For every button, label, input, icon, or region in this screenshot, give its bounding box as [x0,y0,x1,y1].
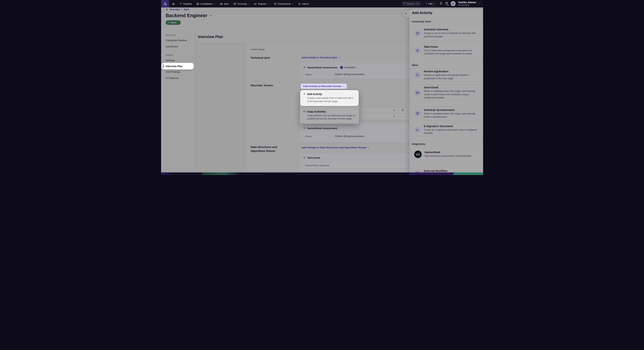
nav-home[interactable] [172,2,175,5]
search-shortcut: ⌘K [416,2,420,5]
gauge-icon [274,2,277,5]
nav-candidates[interactable]: Candidates [196,2,216,5]
chevron-down-icon [248,3,250,5]
nav-dashboards[interactable]: Dashboards [274,2,294,5]
bell-icon [440,2,442,5]
plus-icon [303,93,306,96]
chevron-down-icon [434,2,435,5]
bottom-edge-bar [161,173,409,175]
search-input-wrap[interactable]: ⌘K [402,1,421,6]
selected-indicator [163,64,164,68]
chevron-down-icon [268,3,269,5]
chevron-down-icon [292,3,294,5]
briefcase-icon [220,2,223,5]
app-window: A Pipeline Candidates Jobs Sourcing [161,0,483,175]
plus-icon [425,2,427,5]
top-nav: A Pipeline Candidates Jobs Sourcing [161,0,483,7]
gear-icon [298,2,301,5]
search-input[interactable] [407,2,415,5]
nav-reports[interactable]: Reports [254,2,269,5]
notifications-button[interactable] [440,2,442,5]
help-button[interactable] [445,2,448,5]
home-icon [172,2,175,5]
chart-icon [254,2,257,5]
nav-jobs[interactable]: Jobs [220,2,229,5]
avatar[interactable]: YJ [450,1,456,6]
menu-item-add-activity[interactable]: Add Activity Create a new activity from … [301,91,358,105]
funnel-icon [180,2,182,5]
mail-icon [233,2,236,5]
nav-pipeline[interactable]: Pipeline [180,2,192,5]
chevron-down-icon [214,3,216,5]
chevron-down-icon [343,85,344,88]
add-activity-to-recruiter-screen-button[interactable]: Add Activity to Recruiter Screen [301,84,347,89]
chevron-down-icon [478,2,480,5]
nav-admin[interactable]: Admin [298,2,309,5]
user-block[interactable]: Yashika Jotwani HackerRank [458,1,476,6]
help-notification-dot [447,5,448,6]
ashby-logo[interactable]: A [161,0,169,7]
search-icon [404,2,406,5]
nav-sourcing[interactable]: Sourcing [233,2,250,5]
add-button[interactable]: Add [423,1,437,6]
bottom-edge-bar-panel [409,173,483,175]
sidebar-item-interview-plan[interactable]: Interview Plan [162,64,193,69]
candidates-icon [196,2,199,5]
